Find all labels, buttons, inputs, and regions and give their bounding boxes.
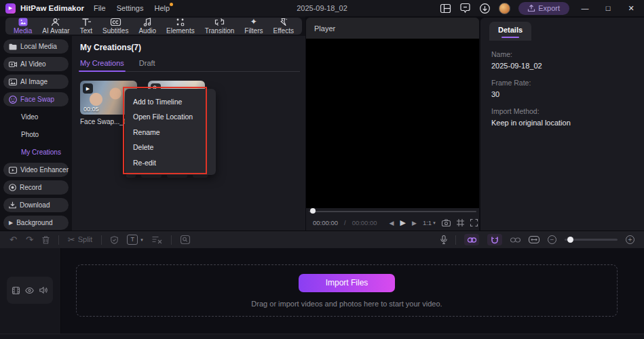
tab-elements[interactable]: Elements: [166, 18, 195, 35]
sidebar-item-download[interactable]: Download: [3, 198, 69, 212]
video-enhancer-icon: [9, 167, 17, 174]
mask-button[interactable]: [111, 236, 118, 244]
current-time: 00:00:00: [313, 219, 338, 226]
sidebar-item-photo[interactable]: Photo: [3, 127, 69, 142]
creations-tabbar: My Creations Draft: [80, 59, 300, 72]
chevron-down-icon: ▾: [140, 237, 143, 242]
import-dropzone[interactable]: Import Files Drag or import videos and p…: [76, 264, 618, 317]
sidebar-item-local-media[interactable]: Local Media: [3, 39, 69, 54]
zoom-ratio-select[interactable]: 1:1▾: [423, 219, 436, 226]
menu-help[interactable]: Help: [154, 4, 170, 12]
feedback-icon[interactable]: [459, 3, 471, 14]
menu-item-rename[interactable]: Rename: [125, 128, 216, 136]
filters-icon: ✦: [250, 18, 257, 26]
download-center-icon[interactable]: [479, 3, 491, 14]
crop-grid-icon: [457, 219, 464, 226]
import-files-button[interactable]: Import Files: [299, 274, 395, 292]
zoom-in-button[interactable]: +: [626, 235, 634, 244]
zoom-out-button[interactable]: −: [548, 235, 556, 244]
text-style-button[interactable]: T ▾: [127, 235, 143, 245]
tab-ai-avatar[interactable]: AI Avatar: [42, 18, 69, 35]
tab-my-creations[interactable]: My Creations: [80, 59, 124, 67]
sidebar-item-ai-video[interactable]: AI Video: [3, 57, 69, 71]
tab-effects[interactable]: Effects: [273, 18, 294, 35]
sidebar-item-background[interactable]: ▶ Background: [3, 216, 69, 230]
play-button[interactable]: ▶: [400, 218, 406, 227]
preview-zoom-button[interactable]: [181, 235, 190, 244]
sidebar-item-face-swap[interactable]: Face Swap: [3, 92, 69, 106]
eye-icon[interactable]: [25, 287, 34, 294]
redo-button[interactable]: ↷: [26, 235, 33, 244]
dropzone-hint: Drag or import videos and photos here to…: [251, 300, 442, 308]
tab-audio[interactable]: Audio: [138, 18, 156, 35]
sidebar-item-my-creations[interactable]: My Creations: [3, 145, 69, 159]
link-icon: [468, 237, 476, 243]
video-preview[interactable]: [306, 39, 479, 208]
sidebar-item-ai-image[interactable]: AI Image: [3, 75, 69, 89]
sidebar-item-record[interactable]: Record: [3, 180, 69, 195]
face-swap-icon: [9, 96, 17, 104]
link-clips-toggle[interactable]: [464, 234, 479, 245]
maximize-button[interactable]: □: [601, 4, 615, 12]
split-button[interactable]: ✂ Split: [68, 235, 92, 244]
layout-panels-icon[interactable]: [440, 3, 451, 14]
sidebar-item-video-enhancer[interactable]: Video Enhancer: [3, 163, 69, 177]
trash-icon: [42, 236, 50, 244]
export-button[interactable]: Export: [518, 2, 569, 15]
timeline-zoom-slider[interactable]: [565, 239, 618, 241]
camera-icon: [442, 219, 451, 226]
minimize-button[interactable]: —: [577, 4, 592, 12]
crop-button[interactable]: [457, 219, 464, 226]
track-type-icon[interactable]: [12, 287, 20, 294]
menu-item-delete[interactable]: Delete: [125, 143, 216, 151]
tab-filters[interactable]: ✦ Filters: [244, 18, 263, 35]
app-logo-icon: ▶: [5, 3, 16, 14]
magnet-snap-toggle[interactable]: [487, 234, 502, 245]
menu-item-re-edit[interactable]: Re-edit: [125, 159, 216, 167]
snapshot-button[interactable]: [442, 219, 451, 226]
delete-subtitles-button[interactable]: [152, 236, 162, 244]
fit-timeline-button[interactable]: [529, 236, 539, 243]
divider: [171, 235, 172, 245]
tab-text[interactable]: Text: [80, 18, 92, 35]
microphone-icon: [440, 235, 447, 244]
speaker-icon[interactable]: [39, 287, 48, 294]
timeline-scrollbar-strip[interactable]: [0, 334, 644, 339]
effects-icon: [279, 18, 288, 26]
timeline-area: Import Files Drag or import videos and p…: [0, 248, 644, 339]
tab-subtitles[interactable]: Subtitles: [102, 18, 128, 35]
ai-image-icon: [9, 79, 17, 85]
menu-item-add-to-timeline[interactable]: Add to Timeline: [125, 98, 216, 106]
app-name: HitPaw Edimakor: [20, 4, 84, 12]
chain-icon: [510, 237, 520, 243]
import-method-value: Keep in original location: [491, 119, 633, 127]
transition-icon: [214, 18, 225, 26]
timeline-tracks[interactable]: Import Files Drag or import videos and p…: [61, 248, 644, 339]
tab-draft[interactable]: Draft: [139, 59, 155, 67]
fullscreen-button[interactable]: [470, 219, 478, 226]
seek-handle[interactable]: [310, 208, 316, 214]
zoom-slider-handle[interactable]: [567, 237, 573, 243]
previous-frame-button[interactable]: ◀: [390, 220, 394, 226]
tab-transition[interactable]: Transition: [205, 18, 235, 35]
menu-item-open-file-location[interactable]: Open File Location: [125, 113, 216, 121]
tab-details[interactable]: Details: [489, 22, 531, 41]
unlink-button[interactable]: [510, 237, 520, 243]
tab-media[interactable]: Media: [14, 18, 32, 35]
scissors-icon: ✂: [68, 235, 75, 244]
close-button[interactable]: ✕: [624, 4, 639, 13]
menu-file[interactable]: File: [94, 4, 106, 12]
sidebar-item-video[interactable]: Video: [3, 110, 69, 124]
seek-bar[interactable]: [306, 208, 479, 215]
delete-button[interactable]: [42, 236, 50, 244]
timeline-toolbar: ↶ ↷ ✂ Split T ▾: [0, 231, 644, 248]
folder-icon: [9, 43, 17, 50]
user-avatar[interactable]: [499, 3, 510, 14]
undo-button[interactable]: ↶: [10, 235, 17, 244]
titlebar: ▶ HitPaw Edimakor File Settings Help 202…: [0, 0, 644, 16]
app-window: ▶ HitPaw Edimakor File Settings Help 202…: [0, 0, 644, 339]
player-header: Player: [306, 18, 479, 39]
voiceover-button[interactable]: [440, 235, 447, 244]
menu-settings[interactable]: Settings: [117, 4, 144, 12]
next-frame-button[interactable]: ▶: [412, 220, 417, 226]
